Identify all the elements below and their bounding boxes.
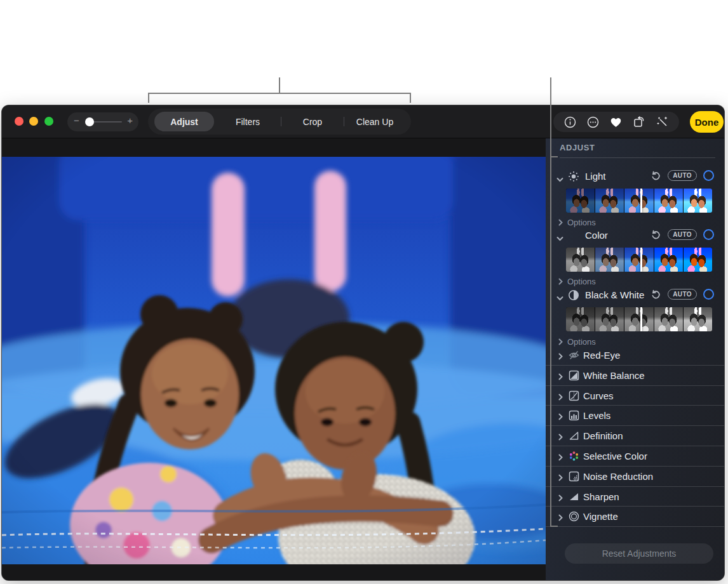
edit-mode-tabs: Adjust Filters Crop Clean Up: [148, 109, 411, 135]
row-vignette[interactable]: Vignette: [546, 507, 725, 527]
row-red-eye[interactable]: Red-Eye: [546, 345, 725, 366]
row-label: Red-Eye: [583, 350, 620, 361]
color-thumbnail-slider[interactable]: [566, 248, 712, 272]
more-icon[interactable]: [586, 115, 600, 129]
row-selective-color[interactable]: Selective Color: [546, 446, 725, 467]
chevron-right-icon[interactable]: [558, 512, 563, 524]
chevron-right-icon: [558, 219, 563, 226]
bw-thumb[interactable]: [624, 307, 653, 331]
row-label: Noise Reduction: [583, 471, 653, 482]
callout-bracket-tabs-left-tick: [148, 93, 149, 103]
favorite-heart-icon[interactable]: [609, 115, 623, 129]
toolbar: − + Adjust Filters Crop Clean Up: [2, 105, 724, 138]
row-definition[interactable]: Definition: [546, 426, 725, 446]
zoom-slider[interactable]: − +: [67, 112, 138, 131]
zoom-out-icon[interactable]: −: [74, 115, 79, 126]
section-row-color[interactable]: Color AUTO: [546, 225, 725, 247]
undo-icon[interactable]: [650, 229, 661, 240]
tab-crop[interactable]: Crop: [283, 109, 342, 135]
chevron-right-icon[interactable]: [558, 351, 563, 362]
row-label: Selective Color: [583, 451, 647, 461]
chevron-down-icon[interactable]: [556, 232, 563, 244]
chevron-down-icon[interactable]: [556, 292, 563, 303]
bw-thumb[interactable]: [566, 307, 595, 331]
chevron-right-icon[interactable]: [558, 371, 563, 383]
row-curves[interactable]: Curves: [546, 386, 725, 406]
bw-thumb[interactable]: [654, 307, 683, 331]
section-row-light[interactable]: Light AUTO: [546, 166, 725, 188]
toolbar-icon-group: [553, 112, 679, 132]
chevron-down-icon[interactable]: [556, 173, 563, 185]
reset-adjustments-button[interactable]: Reset Adjustments: [565, 543, 713, 564]
bw-thumb[interactable]: [684, 307, 712, 331]
row-label: Levels: [583, 410, 610, 421]
chevron-right-icon: [558, 278, 563, 285]
chevron-right-icon[interactable]: [558, 493, 563, 504]
tab-divider: [281, 117, 281, 126]
undo-icon[interactable]: [650, 170, 661, 181]
levels-icon: [569, 410, 579, 421]
black-white-icon: [568, 289, 579, 301]
photo-bounce-house-girls: [2, 157, 546, 564]
undo-icon[interactable]: [650, 289, 661, 300]
zoom-window-button[interactable]: [44, 117, 53, 126]
auto-enhance-wand-icon[interactable]: [656, 115, 670, 129]
color-thumb[interactable]: [624, 248, 653, 272]
auto-button[interactable]: AUTO: [668, 229, 697, 240]
screenshot-canvas: − + Adjust Filters Crop Clean Up: [0, 0, 728, 584]
light-thumb[interactable]: [684, 189, 712, 213]
row-label: White Balance: [583, 370, 645, 381]
row-label: Definition: [583, 430, 623, 441]
chevron-right-icon[interactable]: [558, 432, 563, 443]
light-thumbnail-slider[interactable]: [566, 189, 712, 213]
light-thumb[interactable]: [595, 189, 624, 213]
callout-line-adjust-panel: [550, 77, 551, 527]
color-thumb[interactable]: [684, 248, 712, 272]
photos-app-window: − + Adjust Filters Crop Clean Up: [1, 105, 725, 581]
row-noise-reduction[interactable]: Noise Reduction: [546, 467, 725, 487]
auto-button[interactable]: AUTO: [668, 289, 697, 300]
chevron-right-icon[interactable]: [558, 452, 563, 463]
close-window-button[interactable]: [15, 117, 24, 126]
row-levels[interactable]: Levels: [546, 406, 725, 426]
section-label: Light: [585, 171, 606, 182]
color-thumb[interactable]: [566, 248, 595, 272]
auto-button[interactable]: AUTO: [668, 170, 697, 181]
light-thumb[interactable]: [566, 189, 595, 213]
row-label: Sharpen: [583, 491, 619, 502]
noise-reduction-icon: [569, 471, 579, 482]
chevron-right-icon[interactable]: [558, 472, 563, 484]
tab-clean-up[interactable]: Clean Up: [344, 109, 406, 135]
done-button[interactable]: Done: [690, 111, 724, 133]
color-thumb[interactable]: [595, 248, 624, 272]
curves-icon: [569, 390, 579, 401]
bw-thumbnail-slider[interactable]: [566, 307, 712, 331]
color-thumb[interactable]: [654, 248, 683, 272]
section-row-black-white[interactable]: Black & White AUTO: [546, 285, 725, 307]
enable-adjustment-toggle[interactable]: [703, 289, 714, 300]
vignette-icon: [569, 511, 579, 522]
section-label: Black & White: [585, 289, 644, 300]
zoom-in-icon[interactable]: +: [127, 115, 133, 126]
enable-adjustment-toggle[interactable]: [703, 170, 714, 181]
bw-thumb[interactable]: [595, 307, 624, 331]
row-white-balance[interactable]: White Balance: [546, 366, 725, 386]
sharpen-icon: [569, 491, 579, 502]
tab-adjust[interactable]: Adjust: [154, 112, 214, 131]
info-icon[interactable]: [563, 115, 577, 129]
selective-color-icon: [569, 451, 579, 461]
light-thumb[interactable]: [624, 189, 653, 213]
zoom-slider-knob[interactable]: [85, 117, 94, 126]
adjust-panel: ADJUST Light: [546, 138, 725, 581]
row-sharpen[interactable]: Sharpen: [546, 487, 725, 507]
chevron-right-icon[interactable]: [558, 392, 563, 403]
light-thumb[interactable]: [654, 189, 683, 213]
rotate-icon[interactable]: [632, 115, 646, 129]
callout-bracket-tabs-right-tick: [410, 93, 411, 103]
divider: [560, 157, 715, 158]
minimize-window-button[interactable]: [29, 117, 38, 126]
enable-adjustment-toggle[interactable]: [703, 229, 714, 240]
section-label: Color: [585, 230, 608, 241]
chevron-right-icon[interactable]: [558, 411, 563, 423]
tab-filters[interactable]: Filters: [218, 109, 278, 135]
